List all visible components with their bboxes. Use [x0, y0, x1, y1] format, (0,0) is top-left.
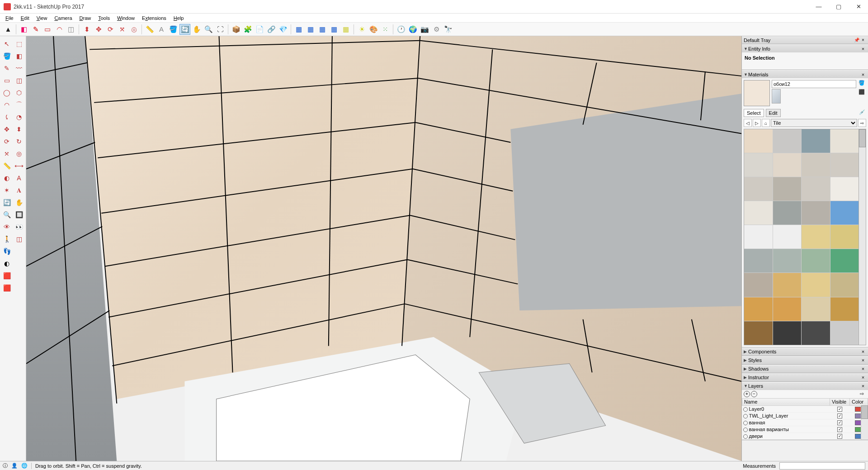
geo-icon[interactable]: 🌐: [21, 463, 28, 469]
material-swatch[interactable]: [802, 129, 830, 153]
offset-tool[interactable]: ◎: [128, 24, 139, 35]
followme-tool[interactable]: ↻: [13, 136, 25, 147]
layer5-icon[interactable]: ▦: [340, 24, 351, 35]
material-swatch[interactable]: [830, 273, 859, 296]
layer1-icon[interactable]: ▦: [293, 24, 304, 35]
col-color[interactable]: Color: [850, 398, 868, 405]
panel-close-icon[interactable]: ×: [860, 375, 866, 380]
polygon-tool[interactable]: ⬡: [13, 87, 25, 99]
time-icon[interactable]: 🕐: [396, 24, 406, 35]
panel-head-shadows[interactable]: ▶Shadows×: [742, 365, 868, 373]
line-tool[interactable]: ✎: [1, 62, 13, 74]
col-name[interactable]: Name: [742, 398, 830, 405]
binoculars-icon[interactable]: 🔭: [443, 24, 453, 35]
col-visible[interactable]: Visible: [830, 398, 850, 405]
panel-head-layers[interactable]: ▼ Layers ×: [742, 382, 868, 390]
pie-tool[interactable]: ◔: [13, 111, 25, 123]
material-swatch[interactable]: [773, 225, 802, 249]
zoom-tool[interactable]: 🔍: [1, 209, 13, 221]
shapes-tool[interactable]: ◫: [66, 24, 76, 35]
tape-tool[interactable]: 📏: [1, 160, 13, 172]
panel-close-icon[interactable]: ×: [860, 383, 866, 389]
material-swatch[interactable]: [830, 177, 859, 201]
pushpull-tool[interactable]: ⬍: [13, 123, 25, 135]
measurements-input[interactable]: [779, 462, 865, 470]
material-swatch[interactable]: [744, 297, 773, 321]
orbit-tool[interactable]: 🔄: [1, 197, 13, 208]
material-swatch[interactable]: [773, 177, 802, 201]
menu-file[interactable]: File: [2, 14, 17, 22]
material-preview-swatch[interactable]: [744, 80, 770, 106]
zoomwin-tool[interactable]: 🔲: [13, 209, 25, 221]
component-icon-tool[interactable]: ⬚: [13, 38, 25, 50]
ext-tool-1[interactable]: 🟥: [1, 270, 13, 282]
nav-home-button[interactable]: ⌂: [762, 119, 770, 127]
material-swatch[interactable]: [830, 225, 859, 249]
tray-close-icon[interactable]: ×: [860, 37, 866, 43]
colors-icon[interactable]: ⁙: [380, 24, 391, 35]
offset-tool[interactable]: ◎: [13, 148, 25, 160]
pan-tool[interactable]: ✋: [13, 197, 25, 208]
material-swatch[interactable]: [744, 273, 773, 296]
material-swatch[interactable]: [744, 201, 773, 225]
layer-menu-button[interactable]: ⇨: [860, 391, 866, 397]
line-tool[interactable]: ✎: [30, 24, 41, 35]
nav-back-button[interactable]: ◁: [744, 119, 752, 127]
material-swatch[interactable]: [773, 297, 802, 321]
menu-extensions[interactable]: Extensions: [138, 14, 170, 22]
menu-draw[interactable]: Draw: [76, 14, 95, 22]
material-scrollbar[interactable]: [859, 129, 866, 345]
material-swatch[interactable]: [744, 249, 773, 273]
rotate-tool[interactable]: ⟳: [1, 136, 13, 147]
walk-tool[interactable]: 🚶: [1, 233, 13, 245]
zoom-tool[interactable]: 🔍: [203, 24, 214, 35]
layer-row[interactable]: ванная✓: [742, 419, 868, 426]
material-secondary-swatch[interactable]: [772, 89, 781, 103]
position-cam-tool[interactable]: 👁: [1, 221, 13, 233]
select-arrow-tool[interactable]: ↖: [1, 38, 13, 50]
menu-window[interactable]: Window: [113, 14, 138, 22]
material-swatch[interactable]: [773, 321, 802, 345]
panel-close-icon[interactable]: ×: [860, 357, 866, 363]
menu-camera[interactable]: Camera: [51, 14, 75, 22]
material-swatch[interactable]: [802, 225, 830, 249]
material-swatch[interactable]: [802, 321, 830, 345]
panel-head-styles[interactable]: ▶Styles×: [742, 356, 868, 364]
freehand-tool[interactable]: 〰: [13, 62, 25, 74]
arc-tool[interactable]: ◠: [1, 99, 13, 111]
panel-head-components[interactable]: ▶Components×: [742, 348, 868, 356]
material-swatch[interactable]: [744, 177, 773, 201]
orbit-tool[interactable]: 🔄: [179, 24, 190, 35]
share-icon[interactable]: 🔗: [266, 24, 277, 35]
bucket-icon[interactable]: 🪣: [859, 80, 866, 87]
lookaround-tool[interactable]: 👀: [13, 221, 25, 233]
ext-warehouse-icon[interactable]: 🧩: [242, 24, 253, 35]
layer-row[interactable]: TWL_Light_Layer✓: [742, 412, 868, 419]
paint-bucket-tool[interactable]: 🪣: [1, 50, 13, 62]
move-tool[interactable]: ✥: [1, 123, 13, 135]
protractor-tool[interactable]: ◐: [1, 172, 13, 184]
globe-icon[interactable]: 🌍: [407, 24, 418, 35]
layer-row[interactable]: кладовка проем 2✓: [742, 439, 868, 440]
panel-close-icon[interactable]: ×: [860, 46, 866, 52]
material-swatch[interactable]: [830, 249, 859, 273]
section-tool[interactable]: ◫: [13, 233, 25, 245]
layer3-icon[interactable]: ▦: [317, 24, 328, 35]
sun-icon[interactable]: ☀: [356, 24, 367, 35]
material-swatch[interactable]: [802, 273, 830, 296]
rect-tool[interactable]: ▭: [42, 24, 53, 35]
user-icon[interactable]: 👤: [11, 463, 18, 469]
layer-row[interactable]: двери✓: [742, 432, 868, 439]
material-swatch[interactable]: [802, 249, 830, 273]
tab-edit[interactable]: Edit: [766, 109, 781, 117]
zoom-extents[interactable]: ⛶: [215, 24, 226, 35]
ext-tool-2[interactable]: 🟥: [1, 282, 13, 294]
pin-icon[interactable]: 📌: [854, 37, 860, 43]
gem-icon[interactable]: 💎: [278, 24, 288, 35]
text-tool[interactable]: A: [13, 172, 25, 184]
help-icon[interactable]: ⓘ: [3, 462, 8, 469]
camera-icon[interactable]: 📷: [419, 24, 430, 35]
panel-head-entity-info[interactable]: ▼ Entity Info ×: [742, 44, 868, 52]
close-button[interactable]: ✕: [853, 2, 864, 11]
layer2-icon[interactable]: ▦: [305, 24, 316, 35]
